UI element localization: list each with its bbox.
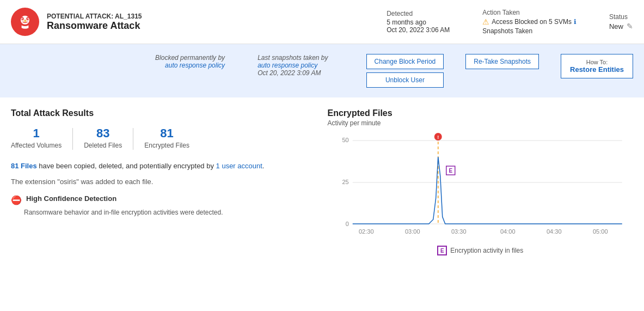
right-panel: Encrypted Files Activity per minute 50 2… (328, 108, 634, 255)
alert-id: AL_1315 (115, 13, 142, 20)
encrypted-files-count[interactable]: 81 (160, 126, 173, 141)
attack-name: Ransomware Attack (47, 20, 387, 32)
page-header: $ POTENTIAL ATTACK: AL_1315 Ransomware A… (0, 0, 644, 44)
auto-policy-link[interactable]: auto response policy (165, 62, 225, 69)
user-account-link[interactable]: 1 user account (216, 162, 262, 170)
banner-action-buttons: Change Block Period Unblock User (366, 54, 444, 88)
svg-point-4 (27, 18, 28, 19)
chart-area: 50 25 0 02:30 03:00 03:30 04:00 04:30 05… (328, 132, 634, 241)
description-end: . (262, 162, 265, 170)
unblock-user-button[interactable]: Unblock User (366, 72, 444, 88)
how-to-line2: Restore Entities (570, 65, 624, 74)
detected-section: Detected 5 months ago Oct 20, 2022 3:06 … (387, 10, 450, 34)
snapshot-date: Oct 20, 2022 3:09 AM (257, 69, 321, 77)
high-confidence-title: High Confidence Detection (26, 194, 116, 203)
svg-text:04:30: 04:30 (546, 228, 561, 235)
files-link[interactable]: 81 Files (11, 162, 37, 170)
edit-icon[interactable]: ✎ (627, 22, 633, 31)
blocked-permanently-block: Blocked permanently by auto response pol… (155, 54, 225, 69)
high-confidence-block: ⛔ High Confidence Detection Ransomware b… (11, 194, 317, 216)
left-panel: Total Attack Results 1 Affected Volumes … (11, 108, 317, 255)
encrypted-files-label: Encrypted Files (144, 142, 189, 149)
affected-volumes-label: Affected Volumes (11, 142, 62, 149)
action-banner: Blocked permanently by auto response pol… (0, 44, 644, 97)
svg-text:05:00: 05:00 (592, 228, 608, 235)
potential-attack-label: POTENTIAL ATTACK: AL_1315 (47, 13, 387, 20)
svg-text:03:30: 03:30 (451, 228, 466, 235)
legend-box: E (437, 246, 447, 255)
high-confidence-header: ⛔ High Confidence Detection (11, 194, 317, 205)
auto-policy-link2[interactable]: auto response policy (257, 62, 317, 69)
svg-text:!: ! (437, 135, 439, 140)
legend-text: Encryption activity in files (450, 247, 523, 254)
svg-text:50: 50 (342, 137, 348, 143)
status-value: New (609, 22, 623, 31)
chart-title: Encrypted Files (328, 108, 634, 118)
action-blocked-row: ⚠ Access Blocked on 5 SVMs ℹ (482, 17, 576, 26)
blocked-text: Blocked permanently by (155, 54, 225, 62)
description-mid: have been copied, deleted, and potential… (37, 162, 216, 170)
svg-text:02:30: 02:30 (358, 228, 373, 235)
how-to-block: How To: Restore Entities (561, 54, 633, 78)
error-icon: ⛔ (11, 195, 22, 205)
retake-snapshots-block: Re-Take Snapshots (465, 54, 539, 69)
main-content: Total Attack Results 1 Affected Volumes … (0, 97, 644, 266)
deleted-files-label: Deleted Files (84, 142, 122, 149)
total-attack-title: Total Attack Results (11, 108, 317, 118)
info-icon[interactable]: ℹ (574, 18, 576, 26)
how-to-line1: How To: (570, 59, 624, 65)
status-label: Status (609, 13, 628, 21)
stats-row: 1 Affected Volumes 83 Deleted Files 81 E… (11, 126, 317, 150)
action-taken-label: Action Taken (482, 9, 576, 16)
encrypted-files-stat: 81 Encrypted Files (133, 126, 200, 149)
detected-label: Detected (387, 10, 450, 17)
change-block-period-button[interactable]: Change Block Period (366, 54, 444, 69)
svg-text:03:00: 03:00 (404, 228, 420, 235)
threat-icon: $ (11, 8, 39, 36)
snapshots-taken: Snapshots Taken (482, 27, 576, 35)
svg-point-3 (21, 18, 22, 19)
last-snapshots-text1: Last snapshots taken by (257, 54, 328, 62)
how-to-restore-button[interactable]: How To: Restore Entities (561, 54, 633, 78)
status-section: Status New ✎ (609, 13, 633, 31)
warning-icon: ⚠ (482, 17, 489, 26)
affected-volumes-count[interactable]: 1 (33, 126, 39, 141)
svg-text:25: 25 (342, 179, 348, 185)
chart-svg: 50 25 0 02:30 03:00 03:30 04:00 04:30 05… (328, 132, 634, 241)
svg-text:E: E (449, 168, 452, 174)
action-blocked-text: Access Blocked on 5 SVMs (492, 18, 572, 26)
detected-date: Oct 20, 2022 3:06 AM (387, 26, 450, 34)
header-title-block: POTENTIAL ATTACK: AL_1315 Ransomware Att… (47, 13, 387, 32)
deleted-files-stat: 83 Deleted Files (73, 126, 133, 149)
svg-text:04:00: 04:00 (500, 228, 515, 235)
action-taken-section: Action Taken ⚠ Access Blocked on 5 SVMs … (482, 9, 576, 35)
high-confidence-description: Ransomware behavior and in-file encrypti… (24, 209, 317, 216)
detected-time: 5 months ago (387, 19, 450, 26)
svg-text:0: 0 (345, 221, 348, 227)
extension-note: The extension "osiris" was added to each… (11, 178, 317, 186)
retake-snapshots-button[interactable]: Re-Take Snapshots (465, 54, 539, 69)
chart-legend: E Encryption activity in files (328, 246, 634, 255)
deleted-files-count[interactable]: 83 (96, 126, 109, 141)
chart-subtitle: Activity per minute (328, 119, 634, 127)
affected-volumes-stat: 1 Affected Volumes (11, 126, 72, 149)
last-snapshots-block: Last snapshots taken by auto response po… (257, 54, 328, 77)
status-value-row: New ✎ (609, 22, 633, 31)
attack-description: 81 Files have been copied, deleted, and … (11, 161, 317, 172)
